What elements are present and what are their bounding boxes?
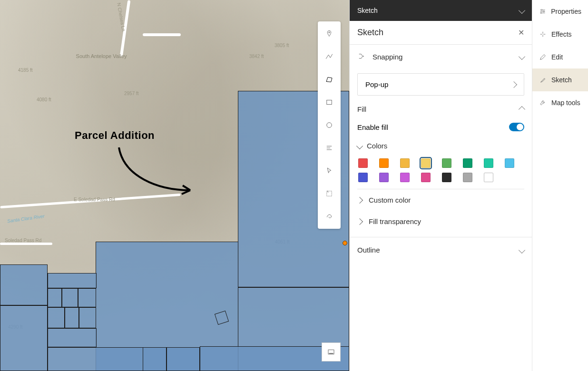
fill-subsections: Custom color Fill transparency (357, 189, 524, 232)
wrench-icon (539, 99, 547, 107)
enable-fill-row: Enable fill (357, 118, 524, 140)
circle-tool[interactable] (318, 114, 341, 137)
arrow-icon (109, 143, 205, 200)
svg-point-2 (327, 123, 332, 128)
panel-header[interactable]: Sketch (350, 0, 532, 21)
close-icon[interactable]: ✕ (518, 28, 524, 37)
color-swatch[interactable] (463, 158, 472, 168)
map-canvas[interactable]: 3805 ft 3842 ft 4185 ft 2957 ft 4080 ft … (0, 0, 349, 371)
brush-icon (539, 76, 547, 84)
svg-point-7 (541, 10, 542, 11)
panel-title: Sketch (357, 28, 383, 38)
sidenav-label: Effects (551, 30, 572, 38)
sidenav-label: Properties (551, 8, 581, 15)
map-annotation: Parcel Addition (75, 129, 155, 142)
svg-point-9 (540, 12, 542, 14)
elevation-label: 4185 ft (18, 68, 33, 73)
snapping-label: Snapping (372, 53, 402, 61)
color-palette-row-2 (357, 171, 524, 185)
elevation-label: 3805 ft (274, 43, 289, 48)
chevron-down-icon[interactable] (519, 7, 525, 14)
text-tool[interactable] (318, 137, 341, 159)
svg-point-0 (329, 32, 330, 33)
panel-title-row: Sketch ✕ (350, 21, 532, 45)
snapping-row[interactable]: Snapping (357, 45, 524, 68)
custom-color-label: Custom color (369, 196, 411, 204)
chevron-right-icon (510, 81, 517, 88)
sliders-icon (539, 8, 546, 15)
lasso-select-tool[interactable] (318, 182, 341, 205)
chevron-right-icon (356, 196, 363, 203)
svg-rect-1 (327, 100, 332, 105)
color-swatch[interactable] (463, 173, 472, 182)
color-swatch[interactable] (379, 158, 389, 168)
snapping-icon (357, 52, 366, 61)
colors-header[interactable]: Colors (357, 140, 524, 156)
right-sidenav: Properties Effects Edit Sketch Map tools (532, 0, 588, 371)
place-label: South Antelope Valley (75, 53, 127, 59)
rectangle-tool[interactable] (318, 91, 341, 114)
road-label: E Soledad Pass Rd (74, 197, 115, 202)
outline-label: Outline (357, 246, 380, 254)
road-label: Soledad Pass Rd (5, 238, 41, 243)
sidenav-item-properties[interactable]: Properties (532, 0, 588, 23)
color-swatch[interactable] (358, 158, 368, 168)
point-tool[interactable] (318, 22, 341, 45)
sketch-panel: Sketch Sketch ✕ Snapping Pop-up Fill Ena… (349, 0, 532, 371)
sidenav-item-effects[interactable]: Effects (532, 23, 588, 46)
popup-row[interactable]: Pop-up (357, 73, 524, 96)
sidenav-label: Edit (551, 53, 563, 61)
custom-color-row[interactable]: Custom color (357, 189, 524, 211)
fill-label: Fill (357, 105, 366, 113)
fill-transparency-label: Fill transparency (369, 217, 421, 225)
panel-body: Snapping Pop-up Fill Enable fill Colors … (350, 45, 532, 371)
fill-transparency-row[interactable]: Fill transparency (357, 211, 524, 232)
color-swatch[interactable] (400, 173, 410, 182)
line-tool[interactable] (318, 45, 341, 68)
color-swatch[interactable] (505, 158, 514, 168)
color-swatch[interactable] (484, 158, 493, 168)
chevron-up-icon (519, 106, 525, 112)
color-swatch[interactable] (442, 158, 451, 168)
fill-section-header[interactable]: Fill (357, 96, 524, 118)
color-swatch[interactable] (358, 173, 368, 182)
pencil-icon (539, 53, 547, 61)
panel-header-title: Sketch (357, 7, 378, 14)
drawing-toolbar (318, 21, 341, 229)
freehand-tool[interactable] (318, 205, 341, 228)
orange-marker (343, 241, 347, 245)
color-palette-row-1 (357, 156, 524, 171)
chevron-down-icon (519, 246, 525, 253)
basemap-toggle[interactable] (322, 342, 341, 361)
color-swatch[interactable] (421, 158, 431, 168)
cursor-tool[interactable] (318, 159, 341, 182)
svg-point-6 (363, 56, 364, 57)
popup-label: Pop-up (365, 80, 388, 88)
chevron-right-icon (356, 218, 363, 225)
sidenav-item-edit[interactable]: Edit (532, 46, 588, 68)
sidenav-item-maptools[interactable]: Map tools (532, 91, 588, 114)
chevron-down-icon (519, 53, 525, 60)
color-swatch[interactable] (442, 173, 451, 182)
svg-point-8 (543, 11, 545, 12)
elevation-label: 4080 ft (37, 97, 51, 102)
outline-section-header[interactable]: Outline (357, 237, 524, 263)
colors-label: Colors (367, 142, 387, 150)
sidenav-label: Sketch (551, 76, 572, 84)
svg-rect-5 (329, 353, 333, 354)
sidenav-item-sketch[interactable]: Sketch (532, 68, 588, 91)
elevation-label: 2957 ft (124, 91, 139, 96)
svg-rect-3 (327, 191, 332, 196)
sparkle-icon (539, 30, 547, 38)
enable-fill-toggle[interactable] (509, 123, 524, 131)
color-swatch[interactable] (400, 158, 410, 168)
road (143, 33, 181, 36)
enable-fill-label: Enable fill (357, 123, 388, 131)
elevation-label: 3842 ft (249, 54, 264, 59)
color-swatch[interactable] (484, 173, 493, 182)
color-swatch[interactable] (379, 173, 389, 182)
chevron-down-icon (356, 142, 363, 149)
polygon-tool[interactable] (318, 68, 341, 91)
color-swatch[interactable] (421, 173, 431, 182)
sidenav-label: Map tools (551, 99, 580, 107)
